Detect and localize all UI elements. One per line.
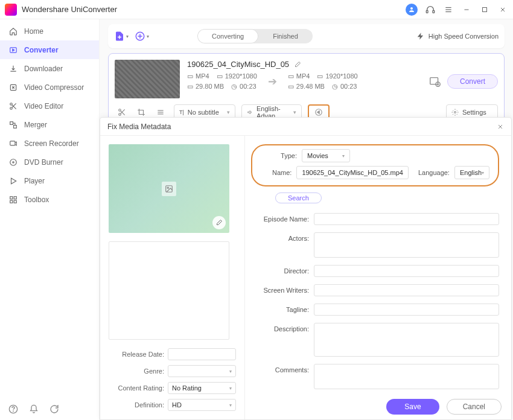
svg-rect-17: [14, 125, 17, 128]
src-res: ▭ 1920*1080: [217, 72, 257, 80]
tagline-label: Tagline:: [251, 304, 309, 313]
dst-dur: ◷ 00:23: [332, 83, 357, 91]
effects-icon[interactable]: [156, 107, 165, 117]
episode-input[interactable]: [314, 213, 499, 225]
cancel-button[interactable]: Cancel: [447, 399, 502, 415]
svg-point-20: [13, 161, 14, 162]
sidebar-item-dvd[interactable]: DVD Burner: [0, 153, 99, 171]
high-speed-label: High Speed Conversion: [429, 33, 499, 40]
modal-close-button[interactable]: [497, 123, 504, 130]
sidebar-item-converter[interactable]: Converter: [0, 40, 99, 59]
sidebar-item-merger[interactable]: Merger: [0, 115, 99, 134]
description-input[interactable]: [314, 323, 499, 357]
bell-icon[interactable]: [29, 404, 39, 414]
description-label: Description:: [251, 323, 309, 332]
close-button[interactable]: [497, 4, 508, 15]
modal-title: Fix Media Metadata: [107, 122, 171, 131]
grid-icon: [8, 195, 18, 205]
rating-label: Content Rating:: [109, 384, 164, 392]
titlebar: Wondershare UniConverter: [0, 0, 513, 19]
sidebar-item-label: Toolbox: [24, 196, 49, 204]
release-date-input[interactable]: [168, 348, 236, 360]
name-input[interactable]: 190625_04_CityMisc_HD_05.mp4: [296, 166, 409, 179]
svg-point-13: [10, 107, 13, 109]
dst-res: ▭ 1920*1080: [317, 72, 357, 80]
scissors-icon: [8, 101, 18, 111]
language-label: Language:: [418, 169, 450, 176]
svg-rect-1: [426, 10, 428, 13]
comments-input[interactable]: [314, 364, 499, 389]
svg-marker-21: [11, 178, 16, 183]
actors-input[interactable]: [314, 232, 499, 258]
tab-converting[interactable]: Converting: [197, 29, 258, 43]
menu-icon[interactable]: [443, 4, 454, 15]
rating-select[interactable]: No Rating▾: [168, 382, 236, 394]
svg-rect-22: [10, 196, 13, 199]
sidebar-item-home[interactable]: Home: [0, 22, 99, 40]
sidebar-item-toolbox[interactable]: Toolbox: [0, 190, 99, 209]
sidebar-item-editor[interactable]: Video Editor: [0, 97, 99, 115]
edit-cover-button[interactable]: [212, 216, 226, 229]
metadata-modal: Fix Media Metadata Release Date: Genre:▾…: [100, 117, 512, 420]
headset-icon[interactable]: [425, 4, 436, 15]
src-format: ▭ MP4: [187, 72, 209, 80]
sidebar-item-player[interactable]: Player: [0, 171, 99, 190]
svg-point-19: [10, 159, 17, 165]
app-logo: [5, 4, 17, 16]
sidebar-item-label: Downloader: [24, 65, 63, 73]
svg-point-39: [454, 112, 456, 113]
svg-point-31: [119, 109, 121, 112]
add-file-button[interactable]: ▾: [114, 29, 129, 43]
svg-rect-29: [430, 78, 438, 84]
sidebar-item-compressor[interactable]: Video Compressor: [0, 78, 99, 97]
definition-label: Definition:: [109, 401, 164, 409]
help-icon[interactable]: [8, 404, 18, 414]
content-area: ▾ ▾ Converting Finished High Speed Conve…: [100, 19, 513, 420]
sidebar-item-recorder[interactable]: Screen Recorder: [0, 134, 99, 153]
maximize-button[interactable]: [479, 4, 490, 15]
dst-format: ▭ MP4: [288, 72, 310, 80]
crop-icon[interactable]: [136, 107, 146, 117]
convert-button[interactable]: Convert: [447, 74, 498, 89]
video-thumbnail[interactable]: [115, 60, 180, 98]
definition-select[interactable]: HD▾: [168, 399, 236, 411]
name-label: Name:: [261, 169, 292, 176]
genre-select[interactable]: ▾: [168, 365, 236, 377]
writers-input[interactable]: [314, 284, 499, 296]
user-avatar[interactable]: [406, 4, 418, 16]
add-url-button[interactable]: ▾: [135, 29, 149, 43]
save-button[interactable]: Save: [386, 399, 439, 415]
svg-point-12: [10, 103, 13, 105]
feedback-icon[interactable]: [49, 404, 59, 414]
svg-rect-25: [14, 200, 16, 203]
play-icon: [8, 176, 18, 186]
sidebar-item-downloader[interactable]: Downloader: [0, 59, 99, 78]
director-input[interactable]: [314, 265, 499, 277]
sidebar: Home Converter Downloader Video Compress…: [0, 19, 100, 420]
recorder-icon: [8, 139, 18, 148]
minimize-button[interactable]: [461, 4, 472, 15]
sidebar-item-label: Player: [24, 177, 45, 185]
merger-icon: [8, 120, 18, 130]
svg-rect-16: [10, 121, 13, 124]
trim-icon[interactable]: [117, 107, 127, 117]
output-gear-icon[interactable]: [428, 74, 442, 89]
language-select[interactable]: English▾: [454, 166, 489, 179]
search-button[interactable]: Search: [275, 192, 322, 203]
writers-label: Screen Writers:: [251, 284, 309, 294]
cover-list[interactable]: [109, 241, 229, 340]
converter-icon: [8, 45, 18, 55]
tagline-input[interactable]: [314, 304, 499, 316]
svg-rect-18: [10, 141, 15, 145]
svg-point-32: [119, 113, 121, 116]
src-dur: ◷ 00:23: [231, 83, 256, 91]
edit-title-icon[interactable]: [294, 61, 301, 68]
tab-finished[interactable]: Finished: [258, 29, 313, 43]
sidebar-item-label: Home: [24, 27, 43, 36]
type-select[interactable]: Movies▾: [302, 149, 350, 162]
image-placeholder-icon: [162, 182, 176, 196]
compressor-icon: [8, 83, 18, 92]
actors-label: Actors:: [251, 232, 309, 242]
dst-size: ▭ 29.48 MB: [288, 83, 325, 91]
high-speed-toggle[interactable]: High Speed Conversion: [416, 32, 499, 40]
